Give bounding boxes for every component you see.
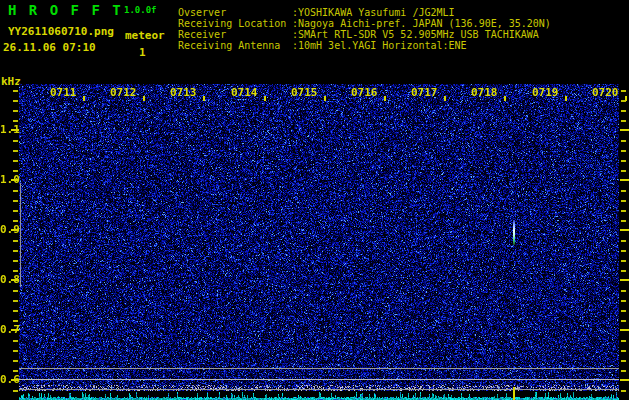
station-info-row: Receiver:SMArt RTL-SDR V5 52.905MHz USB … [178,29,551,40]
freq-minor-tick-right [621,220,626,222]
freq-minor-tick-left [13,360,18,362]
freq-minor-tick-right [621,200,626,202]
time-minute-tick [324,96,326,101]
freq-minor-tick-left [13,240,18,242]
time-minute-tick [625,96,627,101]
left-edge-line [20,183,21,287]
time-tick-label: 0719 [532,86,559,99]
freq-major-tick-right [620,329,629,331]
time-tick-label: 0718 [471,86,498,99]
freq-minor-tick-right [621,270,626,272]
meteor-count: 1 [139,46,146,59]
station-info: Ovserver:YOSHIKAWA Yasufumi /JG2MLIRecei… [178,7,551,51]
freq-major-tick-right [620,279,629,281]
station-info-row: Receiving Location:Nagoya Aichi-pref. JA… [178,18,551,29]
time-minute-tick [83,96,85,101]
freq-minor-tick-right [621,120,626,122]
freq-minor-tick-left [13,150,18,152]
freq-unit-label: kHz [1,75,21,88]
info-label: Receiver [178,29,292,40]
time-tick-label: 0716 [351,86,378,99]
freq-minor-tick-left [13,340,18,342]
time-minute-tick [444,96,446,101]
time-tick-label: 0715 [291,86,318,99]
carrier-line [19,379,619,380]
info-label: Ovserver [178,7,292,18]
freq-minor-tick-right [621,140,626,142]
datetime-label: 26.11.06 07:10 [3,41,96,54]
time-minute-tick [565,96,567,101]
freq-major-tick-right [620,129,629,131]
carrier-line [19,389,619,390]
freq-minor-tick-left [13,120,18,122]
freq-major-tick-left [11,279,19,281]
freq-minor-tick-right [621,160,626,162]
freq-minor-tick-right [621,290,626,292]
freq-minor-tick-right [621,210,626,212]
freq-minor-tick-left [13,270,18,272]
carrier-line [19,368,619,369]
freq-minor-tick-left [13,210,18,212]
freq-minor-tick-right [621,320,626,322]
freq-minor-tick-left [13,110,18,112]
freq-major-tick-right [620,379,629,381]
app-version: 1.0.0f [124,5,157,15]
freq-major-tick-left [11,379,19,381]
freq-minor-tick-right [621,260,626,262]
freq-major-tick-left [11,179,19,181]
freq-minor-tick-left [13,310,18,312]
event-marker [513,387,515,400]
freq-minor-tick-right [621,240,626,242]
freq-minor-tick-left [13,290,18,292]
freq-major-tick-left [11,229,19,231]
meteor-echo [513,220,515,245]
time-tick-label: 0717 [411,86,438,99]
time-tick-label: 0714 [231,86,258,99]
freq-minor-tick-right [621,370,626,372]
spectrogram-plot [19,84,619,391]
freq-minor-tick-right [621,300,626,302]
time-tick-label: 0713 [170,86,197,99]
freq-major-tick-right [620,229,629,231]
freq-minor-tick-right [621,310,626,312]
freq-minor-tick-right [621,360,626,362]
freq-minor-tick-left [13,250,18,252]
freq-major-tick-left [11,129,19,131]
app-title: H R O F F T [8,2,123,18]
time-tick-label: 0720 [592,86,619,99]
freq-minor-tick-left [13,220,18,222]
freq-minor-tick-left [13,200,18,202]
info-value: :10mH 3el.YAGI Horizontal:ENE [292,40,467,51]
freq-minor-tick-right [621,170,626,172]
freq-minor-tick-right [621,340,626,342]
freq-major-tick-left [11,329,19,331]
freq-minor-tick-left [13,170,18,172]
hrofft-output-image: H R O F F T 1.0.0f YY2611060710.png mete… [0,0,629,400]
time-tick-label: 0711 [50,86,77,99]
freq-minor-tick-left [13,320,18,322]
freq-minor-tick-right [621,190,626,192]
info-value: :YOSHIKAWA Yasufumi /JG2MLI [292,7,455,18]
time-minute-tick [203,96,205,101]
freq-minor-tick-left [13,140,18,142]
time-minute-tick [384,96,386,101]
freq-minor-tick-right [621,250,626,252]
freq-minor-tick-left [13,370,18,372]
freq-minor-tick-right [621,150,626,152]
spectrogram-noise-canvas [19,84,619,391]
freq-minor-tick-left [13,90,18,92]
info-label: Receiving Antenna [178,40,292,51]
freq-minor-tick-left [13,390,18,392]
freq-major-tick-right [620,179,629,181]
freq-minor-tick-right [621,110,626,112]
freq-minor-tick-left [13,190,18,192]
time-minute-tick [143,96,145,101]
info-value: :SMArt RTL-SDR V5 52.905MHz USB TACHIKAW… [292,29,539,40]
freq-minor-tick-left [13,260,18,262]
time-minute-tick [264,96,266,101]
freq-minor-tick-left [13,100,18,102]
freq-minor-tick-right [621,350,626,352]
info-label: Receiving Location [178,18,292,29]
station-info-row: Receiving Antenna:10mH 3el.YAGI Horizont… [178,40,551,51]
time-minute-tick [504,96,506,101]
